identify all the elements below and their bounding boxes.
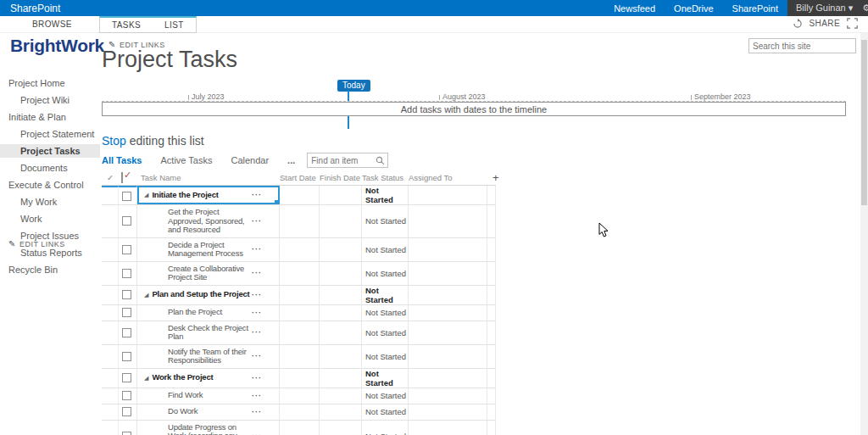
view-tab-all-tasks[interactable]: All Tasks [102, 155, 142, 165]
start-date-cell[interactable] [280, 286, 320, 304]
sidebar-item-execute-control[interactable]: Execute & Control [0, 178, 100, 192]
assigned-to-cell[interactable] [409, 262, 487, 285]
start-date-cell[interactable] [280, 421, 320, 435]
scrollbar-thumb[interactable] [861, 40, 867, 205]
add-column-button[interactable]: + [492, 171, 499, 184]
task-status-cell[interactable]: Not Started [362, 205, 409, 237]
sidebar-item-project-tasks[interactable]: Project Tasks [0, 144, 100, 158]
row-ellipsis-button[interactable]: ··· [252, 269, 262, 277]
table-row[interactable]: Find Work···Not Started [102, 388, 496, 404]
row-checkbox[interactable] [122, 192, 131, 201]
row-checkbox[interactable] [122, 328, 131, 337]
table-row[interactable]: Desk Check the Project Plan···Not Starte… [102, 321, 496, 345]
finish-date-cell[interactable] [320, 421, 362, 435]
row-checkbox[interactable] [122, 269, 131, 278]
row-checkbox[interactable] [122, 407, 131, 416]
row-ellipsis-button[interactable]: ··· [252, 432, 262, 435]
table-row[interactable]: Notify the Team of their Responsibilitie… [102, 345, 496, 369]
column-header-finish-date[interactable]: Finish Date [320, 173, 362, 182]
page-scrollbar[interactable] [860, 33, 868, 435]
finish-date-cell[interactable] [320, 238, 362, 261]
table-row[interactable]: Do Work···Not Started [102, 404, 496, 421]
task-name-cell[interactable]: ◢Initiate the Project··· [137, 186, 280, 204]
row-checkbox[interactable] [122, 391, 131, 400]
task-name-cell[interactable]: ◢Plan and Setup the Project··· [137, 286, 280, 304]
row-ellipsis-button[interactable]: ··· [252, 291, 262, 299]
row-ellipsis-button[interactable]: ··· [252, 191, 262, 199]
assigned-to-cell[interactable] [409, 305, 487, 321]
task-status-cell[interactable]: Not Started [362, 345, 409, 368]
task-status-cell[interactable]: Not Started [362, 305, 409, 321]
user-menu[interactable]: Billy Guinan ▾ [796, 3, 853, 14]
assigned-to-cell[interactable] [409, 388, 487, 404]
start-date-cell[interactable] [280, 262, 320, 285]
find-icon[interactable] [376, 156, 385, 165]
task-status-cell[interactable]: Not Started [362, 421, 409, 435]
row-ellipsis-button[interactable]: ··· [252, 217, 262, 226]
table-row[interactable]: Update Progress on Work (recording any i… [102, 421, 496, 435]
table-row[interactable]: Plan the Project···Not Started [102, 305, 496, 321]
finish-date-cell[interactable] [320, 262, 362, 285]
brightwork-logo[interactable]: BrightWork [10, 36, 104, 56]
sync-icon[interactable] [793, 19, 803, 29]
assigned-to-cell[interactable] [409, 186, 487, 204]
column-header-task-status[interactable]: Task Status [362, 173, 409, 182]
collapse-triangle-icon[interactable]: ◢ [144, 192, 148, 198]
sidebar-item-initiate-plan[interactable]: Initiate & Plan [0, 110, 100, 124]
sidebar-item-project-wiki[interactable]: Project Wiki [0, 93, 100, 107]
row-ellipsis-button[interactable]: ··· [252, 309, 262, 317]
task-status-cell[interactable]: Not Started [362, 388, 409, 404]
share-button[interactable]: SHARE [810, 19, 840, 28]
start-date-cell[interactable] [280, 369, 320, 388]
finish-date-cell[interactable] [320, 305, 362, 321]
row-checkbox[interactable] [122, 308, 131, 317]
gear-icon[interactable]: ⚙ [862, 3, 868, 14]
task-name-cell[interactable]: ◢Work the Project··· [137, 369, 280, 388]
tab-list[interactable]: LIST [153, 18, 196, 32]
task-status-cell[interactable]: Not Started [362, 321, 409, 344]
row-ellipsis-button[interactable]: ··· [252, 374, 262, 382]
finish-date-cell[interactable] [320, 205, 362, 237]
finish-date-cell[interactable] [320, 321, 362, 344]
task-name-cell[interactable]: Notify the Team of their Responsibilitie… [137, 345, 280, 368]
task-name-cell[interactable]: Desk Check the Project Plan··· [137, 321, 280, 344]
suite-link-onedrive[interactable]: OneDrive [674, 3, 713, 14]
task-status-cell[interactable]: Not Started [362, 369, 409, 388]
suite-link-newsfeed[interactable]: Newsfeed [614, 3, 655, 14]
timeline-today-marker[interactable]: Today [337, 80, 370, 92]
sidebar-item-documents[interactable]: Documents [0, 161, 100, 175]
view-tab-active-tasks[interactable]: Active Tasks [161, 155, 213, 165]
row-checkbox[interactable] [122, 352, 131, 361]
collapse-triangle-icon[interactable]: ◢ [144, 292, 148, 298]
table-row[interactable]: ◢Work the Project···Not Started [102, 369, 496, 388]
assigned-to-cell[interactable] [409, 286, 487, 304]
sidebar-item-work[interactable]: Work [0, 212, 100, 226]
task-status-cell[interactable]: Not Started [362, 286, 409, 304]
row-checkbox[interactable] [122, 245, 131, 254]
task-status-cell[interactable]: Not Started [362, 186, 409, 204]
view-tab-calendar[interactable]: Calendar [231, 155, 269, 165]
table-row[interactable]: ◢Plan and Setup the Project···Not Starte… [102, 286, 496, 305]
task-name-cell[interactable]: Do Work··· [137, 404, 280, 420]
find-item-input[interactable] [308, 156, 376, 165]
task-name-cell[interactable]: Find Work··· [137, 388, 280, 404]
sidebar-item-my-work[interactable]: My Work [0, 195, 100, 209]
row-checkbox[interactable] [122, 290, 131, 299]
assigned-to-cell[interactable] [409, 238, 487, 261]
table-row[interactable]: ◢Initiate the Project···Not Started [102, 186, 496, 205]
assigned-to-cell[interactable] [409, 369, 487, 388]
tab-browse[interactable]: BROWSE [32, 16, 72, 33]
finish-date-cell[interactable] [320, 345, 362, 368]
task-name-cell[interactable]: Update Progress on Work (recording any i… [137, 421, 280, 435]
row-ellipsis-button[interactable]: ··· [252, 408, 262, 416]
row-ellipsis-button[interactable]: ··· [252, 245, 262, 254]
start-date-cell[interactable] [280, 305, 320, 321]
sidebar-item-project-statement[interactable]: Project Statement [0, 127, 100, 141]
row-checkbox[interactable] [122, 373, 131, 382]
row-ellipsis-button[interactable]: ··· [252, 328, 262, 337]
start-date-cell[interactable] [280, 186, 320, 204]
row-ellipsis-button[interactable]: ··· [252, 392, 262, 400]
column-header-assigned-to[interactable]: Assigned To [409, 173, 487, 182]
row-checkbox[interactable] [122, 216, 131, 226]
task-status-cell[interactable]: Not Started [362, 262, 409, 285]
